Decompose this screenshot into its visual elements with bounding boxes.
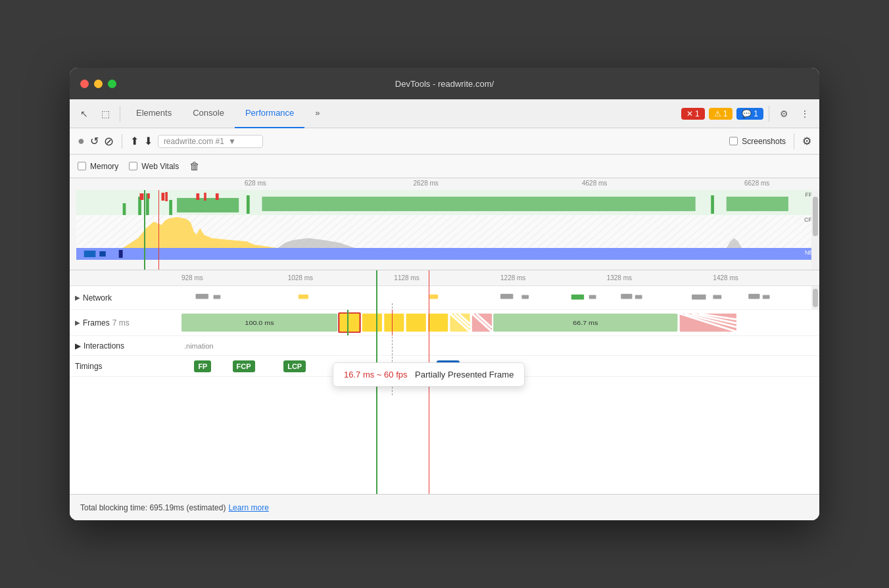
tab-elements[interactable]: Elements	[126, 99, 182, 128]
frames-label[interactable]: ▶ Frames 7 ms	[70, 318, 181, 328]
time-ruler: 928 ms 1028 ms 1128 ms 1228 ms 1328 ms 1…	[70, 270, 819, 286]
ruler-1428: 1428 ms	[713, 274, 819, 282]
network-label[interactable]: ▶ Network	[70, 293, 181, 303]
url-selector[interactable]: readwrite.com #1 ▼	[158, 135, 263, 148]
url-text: readwrite.com #1	[164, 137, 224, 146]
frames-arrow-icon: ▶	[75, 319, 80, 326]
fp-badge[interactable]: FP	[194, 360, 211, 372]
ruler-1328: 1328 ms	[607, 274, 713, 282]
lcp-badge[interactable]: LCP	[283, 360, 306, 372]
web-vitals-checkbox[interactable]	[129, 162, 137, 170]
separator-2	[769, 106, 769, 122]
svg-rect-7	[711, 195, 714, 214]
svg-rect-43	[384, 314, 404, 331]
svg-text:66.7 ms: 66.7 ms	[573, 320, 598, 326]
ruler-1228: 1228 ms	[500, 274, 607, 282]
frame-tooltip: 16.7 ms ~ 60 fps Partially Presented Fra…	[333, 362, 525, 387]
network-track	[181, 286, 819, 309]
ruler-928: 928 ms	[181, 274, 288, 282]
inspect-icon[interactable]: ⬚	[96, 105, 114, 123]
svg-rect-12	[165, 192, 168, 201]
svg-rect-36	[713, 295, 721, 299]
minimize-button[interactable]	[94, 80, 103, 88]
web-vitals-option: Web Vitals	[129, 162, 179, 171]
devtools-window: DevTools - readwrite.com/ ↖ ⬚ Elements C…	[70, 68, 819, 520]
tab-console[interactable]: Console	[182, 99, 235, 128]
svg-rect-6	[262, 197, 696, 211]
tabs: Elements Console Performance »	[126, 99, 673, 128]
clear-button[interactable]: 🗑	[189, 160, 200, 172]
cursor-icon[interactable]: ↖	[75, 105, 93, 123]
svg-rect-0	[123, 203, 126, 215]
tab-more[interactable]: »	[304, 99, 330, 128]
maximize-button[interactable]	[108, 80, 116, 88]
window-title: DevTools - readwrite.com/	[395, 79, 494, 89]
upload-button[interactable]: ⬆	[130, 135, 139, 147]
sep-screenshots	[794, 134, 794, 149]
error-icon: ✕	[686, 109, 693, 118]
svg-rect-31	[571, 295, 584, 300]
interactions-label[interactable]: ▶ Interactions	[70, 341, 181, 351]
interactions-row: ▶ Interactions .nimation	[70, 336, 819, 356]
interactions-text: Interactions	[84, 341, 124, 351]
ruler-1028: 1028 ms	[288, 274, 395, 282]
detail-scrollbar[interactable]	[811, 286, 819, 309]
badge-group: ✕ 1 ⚠ 1 💬 1	[681, 108, 763, 120]
svg-marker-19	[277, 238, 355, 248]
network-row: ▶ Network	[70, 286, 819, 310]
svg-rect-22	[84, 251, 96, 257]
error-badge[interactable]: ✕ 1	[681, 108, 705, 120]
capture-settings-icon[interactable]: ⚙	[802, 135, 811, 147]
close-button[interactable]	[80, 80, 89, 88]
download-button[interactable]: ⬇	[144, 135, 153, 147]
status-text: Total blocking time: 695.19ms (estimated…	[80, 503, 226, 512]
settings-icon[interactable]: ⚙	[775, 105, 793, 123]
record-toolbar: ● ↺ ⊘ ⬆ ⬇ readwrite.com #1 ▼ Screenshots…	[70, 128, 819, 155]
tab-performance[interactable]: Performance	[235, 99, 304, 128]
time-label-6628: 6628 ms	[744, 180, 769, 187]
url-dropdown-icon: ▼	[228, 137, 236, 146]
svg-rect-30	[521, 295, 529, 299]
svg-rect-44	[406, 314, 426, 331]
memory-checkbox[interactable]	[78, 162, 86, 170]
svg-rect-1	[138, 197, 141, 215]
memory-option: Memory	[78, 162, 118, 171]
svg-rect-35	[692, 295, 706, 300]
network-label-text: Network	[83, 293, 112, 303]
svg-rect-37	[748, 294, 759, 299]
svg-rect-45	[428, 314, 448, 331]
info-badge[interactable]: 💬 1	[736, 108, 763, 120]
warning-badge[interactable]: ⚠ 1	[709, 108, 733, 120]
svg-rect-4	[177, 198, 239, 212]
memory-label: Memory	[90, 162, 118, 171]
learn-more-link[interactable]: Learn more	[228, 503, 268, 512]
time-label-2628: 2628 ms	[414, 180, 439, 187]
fcp-badge[interactable]: FCP	[233, 360, 255, 372]
performance-content: 628 ms 2628 ms 4628 ms 6628 ms	[70, 178, 819, 520]
screenshots-label: Screenshots	[742, 137, 786, 146]
svg-rect-2	[146, 193, 149, 215]
timeline-overview[interactable]: 628 ms 2628 ms 4628 ms 6628 ms	[70, 178, 819, 270]
svg-rect-38	[763, 295, 770, 299]
svg-rect-29	[500, 294, 513, 299]
svg-rect-23	[99, 251, 105, 257]
svg-rect-28	[429, 295, 438, 299]
status-bar: Total blocking time: 695.19ms (estimated…	[70, 494, 819, 520]
svg-rect-21	[76, 248, 819, 260]
time-label-4628: 4628 ms	[582, 180, 607, 187]
screenshots-checkbox[interactable]	[729, 137, 738, 145]
screenshots-area: Screenshots	[729, 137, 786, 146]
svg-rect-11	[161, 193, 164, 201]
svg-rect-32	[589, 295, 596, 299]
separator	[120, 106, 120, 122]
overview-scrollbar[interactable]	[811, 190, 819, 270]
reload-button[interactable]: ↺	[90, 135, 99, 147]
stop-button[interactable]: ⊘	[104, 134, 114, 149]
frames-ms: 7 ms	[112, 318, 130, 328]
more-icon[interactable]: ⋮	[796, 105, 814, 123]
svg-rect-10	[147, 193, 150, 199]
record-button[interactable]: ●	[78, 134, 85, 148]
svg-rect-3	[169, 200, 172, 215]
time-label-628: 628 ms	[245, 180, 266, 187]
svg-rect-24	[119, 250, 123, 258]
